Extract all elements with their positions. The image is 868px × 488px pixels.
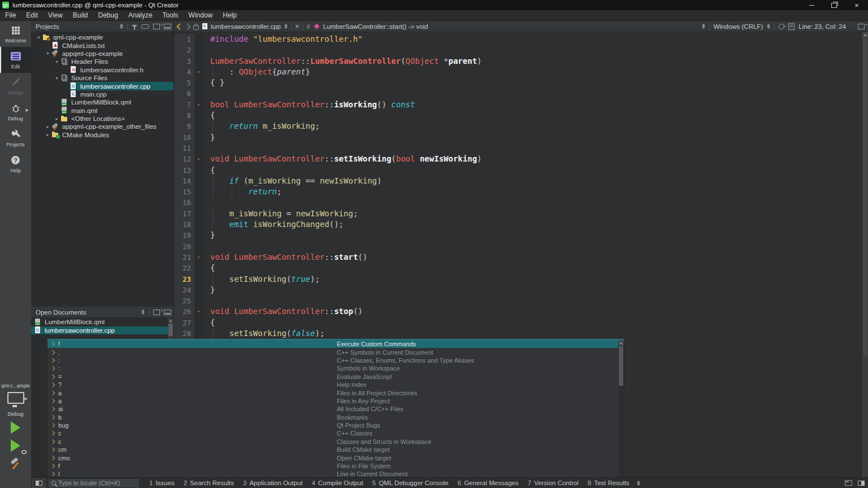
- code-line[interactable]: 2: [174, 45, 862, 55]
- code-line[interactable]: 15 return;: [174, 186, 862, 197]
- code-line[interactable]: 4▾ : QObject{parent}: [174, 67, 862, 77]
- line-number[interactable]: 10: [174, 132, 194, 143]
- split-panel-icon[interactable]: [153, 24, 160, 29]
- line-number[interactable]: 13: [174, 165, 194, 176]
- tree-item[interactable]: CMakeLists.txt: [31, 41, 173, 49]
- close-document-icon[interactable]: ×: [295, 23, 300, 30]
- open-document-item[interactable]: Clumbersawcontroller.cpp: [31, 326, 173, 335]
- locator-input[interactable]: [58, 480, 139, 486]
- current-line-number[interactable]: 23: [174, 274, 194, 285]
- line-number[interactable]: 17: [174, 208, 194, 219]
- line-number[interactable]: 18: [174, 219, 194, 230]
- code-line[interactable]: 17 m_isWorking = newIsWorking;: [174, 208, 862, 219]
- tree-item[interactable]: ▾qml-cpp-example: [31, 33, 173, 41]
- code-line[interactable]: 7▾bool LumberSawController::isWorking() …: [174, 99, 862, 110]
- output-pane-compile-output[interactable]: 4Compile Output: [307, 478, 367, 488]
- code-line[interactable]: 6: [174, 88, 862, 99]
- line-number[interactable]: 24: [174, 285, 194, 295]
- mode-help[interactable]: ? Help: [0, 151, 31, 177]
- code-line[interactable]: 13{: [174, 165, 862, 176]
- line-number[interactable]: 5: [174, 77, 194, 88]
- line-number[interactable]: 9: [174, 121, 194, 132]
- locator-item[interactable]: aFiles in Any Project: [47, 397, 624, 405]
- expander-open-icon[interactable]: ▾: [35, 35, 42, 40]
- line-number[interactable]: 22: [174, 263, 194, 273]
- line-number[interactable]: 14: [174, 176, 194, 186]
- locator-scrollbar[interactable]: ▲: [618, 340, 624, 477]
- file-properties-icon[interactable]: [788, 23, 795, 30]
- code-line[interactable]: 12▾void LumberSawController::setIsWorkin…: [174, 154, 862, 164]
- locator-item[interactable]: =Evaluate JavaScript: [47, 373, 624, 381]
- mode-edit[interactable]: Edit: [0, 47, 31, 73]
- line-ending-selector[interactable]: Windows (CRLF): [714, 23, 763, 30]
- document-dropdown-icon[interactable]: [284, 24, 288, 29]
- menu-help[interactable]: Help: [218, 10, 242, 20]
- expander-closed-icon[interactable]: ▸: [44, 124, 51, 129]
- tree-item[interactable]: ▾appqml-cpp-example: [31, 50, 173, 58]
- locator-item[interactable]: lLine in Current Document: [47, 470, 624, 478]
- panel-chooser-icon[interactable]: [141, 310, 145, 315]
- locator-item[interactable]: bugQt Project Bugs: [47, 421, 624, 429]
- menu-window[interactable]: Window: [184, 10, 218, 20]
- line-number[interactable]: 26: [174, 306, 194, 317]
- split-panel-icon[interactable]: [153, 310, 160, 315]
- code-line[interactable]: 27{: [174, 317, 862, 328]
- code-line[interactable]: 8{: [174, 110, 862, 121]
- forward-icon[interactable]: [184, 23, 190, 29]
- line-number[interactable]: 15: [174, 186, 194, 197]
- split-editor-icon[interactable]: [858, 24, 865, 29]
- line-number[interactable]: 2: [174, 45, 194, 55]
- locator-item[interactable]: :C++ Classes, Enums, Functions and Type …: [47, 356, 624, 364]
- tree-item[interactable]: qmlmain.qml: [31, 107, 173, 115]
- fold-marker-icon[interactable]: ▾: [194, 67, 203, 77]
- line-number[interactable]: 1: [174, 34, 194, 45]
- expander-closed-icon[interactable]: ▸: [53, 116, 60, 121]
- output-panes-menu-icon[interactable]: [637, 481, 640, 486]
- output-pane-issues[interactable]: 1Issues: [145, 478, 179, 488]
- menu-build[interactable]: Build: [68, 10, 93, 20]
- code-line[interactable]: 22{: [174, 263, 862, 273]
- mode-projects[interactable]: Projects: [0, 125, 31, 151]
- line-number[interactable]: 8: [174, 110, 194, 121]
- locator-item[interactable]: cmoOpen CMake target: [47, 454, 624, 461]
- fold-marker-icon[interactable]: ▾: [194, 306, 203, 317]
- line-number[interactable]: 25: [174, 295, 194, 306]
- line-number[interactable]: 19: [174, 230, 194, 241]
- expander-closed-icon[interactable]: ▸: [44, 132, 51, 137]
- locator-item[interactable]: bBookmarks: [47, 413, 624, 421]
- run-button[interactable]: [11, 421, 20, 434]
- back-icon[interactable]: [176, 23, 183, 29]
- output-pane-application-output[interactable]: 3Application Output: [239, 478, 306, 488]
- line-number[interactable]: 20: [174, 241, 194, 252]
- fold-marker-icon[interactable]: ▾: [194, 154, 203, 164]
- output-pane-test-results[interactable]: 8Test Results: [584, 478, 633, 488]
- locator-item[interactable]: cClasses and Structs in Workspace: [47, 438, 624, 446]
- code-line[interactable]: 9 return m_isWorking;: [174, 121, 862, 132]
- line-number[interactable]: 27: [174, 317, 194, 328]
- tree-item[interactable]: ▸CMake Modules: [31, 131, 173, 139]
- locator-item[interactable]: .C++ Symbols in Current Document: [47, 348, 624, 356]
- close-panel-icon[interactable]: [164, 310, 171, 315]
- line-number[interactable]: 4: [174, 67, 194, 77]
- expander-open-icon[interactable]: ▾: [53, 59, 60, 64]
- code-line[interactable]: 18 emit isWorkingChanged();: [174, 219, 862, 230]
- output-pane-qml-debugger-console[interactable]: 5QML Debugger Console: [368, 478, 453, 488]
- maximize-button[interactable]: [823, 0, 845, 10]
- mode-design[interactable]: Design: [0, 73, 31, 99]
- build-button[interactable]: [9, 457, 23, 471]
- code-line[interactable]: 25: [174, 295, 862, 306]
- fold-marker-icon[interactable]: ▾: [194, 99, 203, 110]
- line-number[interactable]: 28: [174, 328, 194, 339]
- panel-chooser-icon[interactable]: [120, 24, 123, 29]
- menu-analyze[interactable]: Analyze: [123, 10, 158, 20]
- symbol-dropdown-icon[interactable]: [702, 24, 705, 29]
- open-document-item[interactable]: qmlLumberMillBlock.qml: [31, 318, 173, 326]
- tree-item[interactable]: ▾Header Files: [31, 58, 173, 66]
- code-line[interactable]: 20: [174, 241, 862, 252]
- code-line[interactable]: 10}: [174, 132, 862, 143]
- line-number[interactable]: 6: [174, 88, 194, 99]
- current-symbol[interactable]: LumberSawController::start() -> void: [323, 23, 428, 30]
- toggle-right-sidebar-button[interactable]: [858, 481, 865, 486]
- tree-item[interactable]: Clumbersawcontroller.cpp: [31, 82, 173, 90]
- minimize-button[interactable]: [800, 0, 823, 10]
